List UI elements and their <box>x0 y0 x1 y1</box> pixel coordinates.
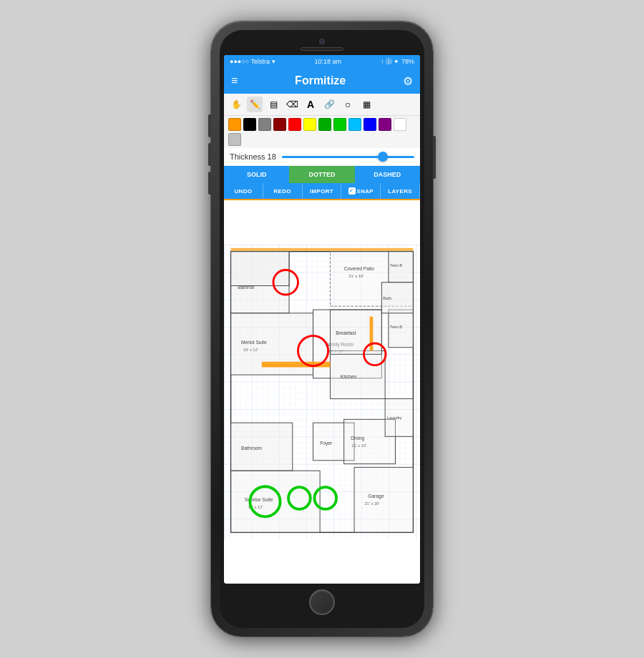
menu-icon[interactable]: ≡ <box>231 74 238 87</box>
svg-text:21' x 10': 21' x 10' <box>348 274 364 278</box>
svg-text:Bathroo: Bathroo <box>238 285 255 290</box>
import-button[interactable]: IMPORT <box>303 183 342 199</box>
undo-button[interactable]: UNDO <box>224 183 263 199</box>
svg-text:Dining: Dining <box>351 436 364 441</box>
drawing-toolbar: ✋ ✏️ ▤ ⌫ A 🔗 ○ ▦ <box>224 94 420 116</box>
svg-text:Breakfast: Breakfast <box>336 330 356 335</box>
color-purple[interactable] <box>379 118 391 131</box>
color-black[interactable] <box>243 118 256 131</box>
svg-text:11' x 10': 11' x 10' <box>351 443 366 448</box>
snap-checkbox <box>348 187 356 195</box>
color-palette <box>224 116 420 148</box>
svg-rect-4 <box>231 252 289 286</box>
redo-button[interactable]: REDO <box>263 183 303 199</box>
slider-thumb[interactable] <box>378 152 388 162</box>
color-white[interactable] <box>394 118 406 131</box>
settings-icon[interactable]: ⚙ <box>403 74 413 88</box>
status-carrier: ●●●○○ Telstra ▾ <box>230 58 275 65</box>
floorplan-svg: Covered Patio 21' x 10' Merlot Suite 16'… <box>224 200 420 584</box>
line-style-dashed[interactable]: DASHED <box>355 166 420 183</box>
phone-top <box>224 36 420 55</box>
snap-button[interactable]: SNAP <box>341 183 381 199</box>
floorplan-area[interactable]: Covered Patio 21' x 10' Merlot Suite 16'… <box>224 200 420 584</box>
svg-text:Foyer: Foyer <box>320 441 333 446</box>
layers-button[interactable]: LAYERS <box>381 183 420 199</box>
color-red[interactable] <box>288 118 301 131</box>
status-time: 10:18 am <box>314 58 341 65</box>
svg-rect-14 <box>330 351 385 399</box>
color-cyan[interactable] <box>348 118 361 131</box>
tool-circle[interactable]: ○ <box>340 97 356 112</box>
tool-hand[interactable]: ✋ <box>228 97 244 112</box>
phone-bottom <box>309 584 335 618</box>
tool-eraser[interactable]: ⌫ <box>284 97 300 112</box>
color-yellow[interactable] <box>303 118 316 131</box>
color-green2[interactable] <box>333 118 346 131</box>
svg-text:Merlot Suite: Merlot Suite <box>241 340 267 345</box>
line-style-solid[interactable]: SOLID <box>224 166 289 183</box>
color-gray[interactable] <box>258 118 271 131</box>
status-bar: ●●●○○ Telstra ▾ 10:18 am ↑ ⓑ ✦ 78% <box>224 55 420 68</box>
slider-track <box>282 156 414 158</box>
svg-text:Kitchen: Kitchen <box>341 374 357 379</box>
color-green1[interactable] <box>318 118 331 131</box>
thickness-row: Thickness 18 <box>224 148 420 166</box>
tool-link[interactable]: 🔗 <box>321 97 337 112</box>
svg-text:Laundry: Laundry <box>387 416 402 420</box>
svg-rect-28 <box>354 467 413 532</box>
color-blue[interactable] <box>364 118 376 131</box>
camera-dot <box>319 39 325 44</box>
thickness-slider[interactable] <box>282 151 414 162</box>
svg-text:Twin B: Twin B <box>390 263 402 267</box>
color-orange[interactable] <box>228 118 241 131</box>
app-title: Formitize <box>295 74 346 87</box>
svg-text:Covered Patio: Covered Patio <box>344 266 375 271</box>
svg-rect-48 <box>231 248 414 251</box>
line-style-row: SOLID DOTTED DASHED <box>224 166 420 183</box>
svg-text:16' x 12': 16' x 12' <box>243 348 258 352</box>
tool-lines[interactable]: ▤ <box>265 97 281 112</box>
screen: ●●●○○ Telstra ▾ 10:18 am ↑ ⓑ ✦ 78% ≡ For… <box>224 55 420 584</box>
speaker-grille <box>301 47 343 51</box>
app-header: ≡ Formitize ⚙ <box>224 68 420 94</box>
color-darkred[interactable] <box>273 118 286 131</box>
svg-text:Garage: Garage <box>368 494 384 499</box>
thickness-label: Thickness 18 <box>230 152 276 161</box>
action-row: UNDO REDO IMPORT SNAP LAYERS <box>224 183 420 200</box>
line-style-dotted[interactable]: DOTTED <box>289 166 354 183</box>
phone-device: ●●●○○ Telstra ▾ 10:18 am ↑ ⓑ ✦ 78% ≡ For… <box>211 21 433 637</box>
tool-pencil[interactable]: ✏️ <box>247 97 263 112</box>
tool-text[interactable]: A <box>303 97 318 112</box>
svg-text:Bathroom: Bathroom <box>241 446 262 451</box>
tool-grid[interactable]: ▦ <box>358 97 374 112</box>
svg-text:21' x 20': 21' x 20' <box>364 501 379 506</box>
phone-inner: ●●●○○ Telstra ▾ 10:18 am ↑ ⓑ ✦ 78% ≡ For… <box>220 30 424 628</box>
status-icons: ↑ ⓑ ✦ 78% <box>381 57 414 67</box>
home-button[interactable] <box>309 589 335 615</box>
svg-text:Bath: Bath <box>383 296 391 300</box>
snap-label: SNAP <box>357 188 374 195</box>
svg-text:Twin B: Twin B <box>390 325 402 329</box>
color-silver[interactable] <box>228 133 241 146</box>
